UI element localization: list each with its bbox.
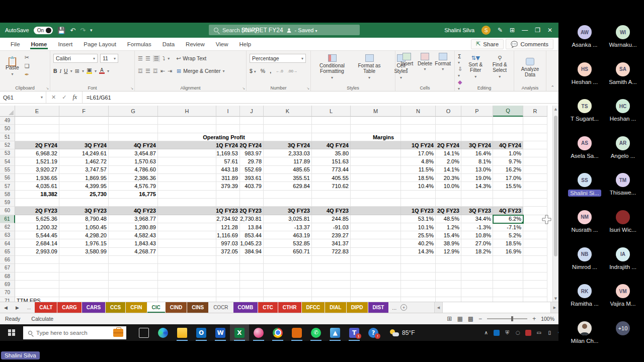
cell-G53[interactable]: 3,454.87: [109, 149, 158, 157]
cell-G63[interactable]: 4,582.43: [109, 231, 158, 239]
cell-R69[interactable]: [523, 281, 547, 289]
close-button[interactable]: ✕: [547, 27, 552, 34]
cell-P56[interactable]: 19.0%: [461, 174, 493, 182]
sheet-nav-ellipsis[interactable]: ...: [23, 305, 35, 310]
cell-H60[interactable]: [158, 207, 216, 215]
cell-O62[interactable]: 1.2%: [436, 223, 461, 231]
cell-Q63[interactable]: 5.2%: [493, 231, 523, 239]
cell-E52[interactable]: 2Q FY24: [15, 141, 59, 149]
cell-P68[interactable]: [461, 273, 493, 281]
cell-N58[interactable]: [401, 191, 436, 199]
cell-R65[interactable]: [523, 248, 547, 256]
sheet-tab-dist[interactable]: DIST: [368, 302, 389, 313]
cell-O57[interactable]: 10.0%: [436, 182, 461, 190]
increase-indent-icon[interactable]: ⇥: [168, 68, 172, 74]
cell-R56[interactable]: [523, 174, 547, 182]
cell-L70[interactable]: [312, 289, 351, 297]
cell-L61[interactable]: 244.85: [312, 215, 351, 223]
cell-O66[interactable]: [436, 256, 461, 264]
participant-tile[interactable]: NMNusrath ...: [566, 210, 604, 247]
chrome-taskbar-icon[interactable]: [268, 324, 287, 341]
cell-J71[interactable]: [240, 297, 264, 302]
sort-filter-button[interactable]: ⇅▼ Sort & Filter ▾: [464, 53, 487, 82]
cell-R53[interactable]: [523, 149, 547, 157]
sheet-overflow-ellipsis[interactable]: ...: [392, 305, 396, 311]
word-taskbar-icon[interactable]: W: [211, 324, 230, 341]
cell-J55[interactable]: 552.69: [240, 166, 264, 174]
cell-N71[interactable]: [401, 297, 436, 302]
cell-R50[interactable]: [523, 125, 547, 133]
cell-M68[interactable]: [351, 273, 401, 281]
menu-tab-view[interactable]: View: [210, 39, 234, 49]
paint-taskbar-icon[interactable]: [249, 324, 268, 341]
cell-K49[interactable]: [264, 117, 312, 125]
cell-P65[interactable]: 18.2%: [461, 248, 493, 256]
underline-dropdown-icon[interactable]: ▾: [70, 69, 72, 73]
cell-Q71[interactable]: [493, 297, 523, 302]
cell-G64[interactable]: 1,843.43: [109, 239, 158, 247]
orange-app-taskbar-icon[interactable]: [287, 324, 306, 341]
orientation-icon[interactable]: ⤵: [163, 55, 166, 62]
cell-L53[interactable]: 35.80: [312, 149, 351, 157]
font-dialog-launcher-icon[interactable]: ↘: [130, 86, 133, 90]
cell-O53[interactable]: 14.1%: [436, 149, 461, 157]
cell-E54[interactable]: 1,521.19: [15, 157, 59, 165]
row-header-59[interactable]: 59: [0, 199, 15, 207]
row-header-70[interactable]: 70: [0, 289, 15, 297]
cell-G65[interactable]: 4,268.77: [109, 248, 158, 256]
cell-R67[interactable]: [523, 264, 547, 272]
cell-R55[interactable]: [523, 166, 547, 174]
cell-H65[interactable]: [158, 248, 216, 256]
cell-R51[interactable]: [523, 133, 547, 141]
cell-N50[interactable]: [401, 125, 436, 133]
cell-H56[interactable]: [158, 174, 216, 182]
cell-I50[interactable]: [216, 125, 240, 133]
cell-R60[interactable]: [523, 207, 547, 215]
column-header-G[interactable]: G: [109, 106, 158, 117]
calculate-status[interactable]: Calculate: [31, 316, 53, 322]
cell-L67[interactable]: [312, 264, 351, 272]
underline-button[interactable]: U: [64, 68, 68, 74]
cell-G54[interactable]: 1,570.63: [109, 157, 158, 165]
cell-I65[interactable]: 372.05: [216, 248, 240, 256]
number-format-select[interactable]: Percentage▾: [250, 54, 306, 63]
cell-G66[interactable]: [109, 256, 158, 264]
outlook-taskbar-icon[interactable]: O: [192, 324, 211, 341]
cell-L52[interactable]: 4Q FY24: [312, 141, 351, 149]
cell-L66[interactable]: [312, 256, 351, 264]
align-top-icon[interactable]: ☰: [138, 55, 143, 62]
cell-P55[interactable]: 13.0%: [461, 166, 493, 174]
redo-icon[interactable]: ↷: [80, 27, 86, 34]
cell-M53[interactable]: [351, 149, 401, 157]
cell-K61[interactable]: 3,025.81: [264, 215, 312, 223]
cell-G71[interactable]: [109, 297, 158, 302]
cell-M57[interactable]: [351, 182, 401, 190]
battery-tray[interactable]: ▯: [546, 330, 552, 335]
zoom-slider-thumb[interactable]: [511, 316, 513, 321]
file-explorer-taskbar-icon[interactable]: [173, 324, 192, 341]
cell-L64[interactable]: 341.37: [312, 239, 351, 247]
ribbon-display-options-icon[interactable]: ⊞: [510, 27, 515, 34]
cell-F60[interactable]: 3Q FY23: [59, 207, 109, 215]
outlook-tray[interactable]: [494, 330, 500, 336]
number-dialog-launcher-icon[interactable]: ↘: [306, 86, 309, 90]
borders-icon[interactable]: ⊞: [75, 68, 79, 74]
cell-L50[interactable]: [312, 125, 351, 133]
cell-Q57[interactable]: 15.5%: [493, 182, 523, 190]
cell-L58[interactable]: [312, 191, 351, 199]
cell-Q62[interactable]: -7.1%: [493, 223, 523, 231]
participant-tile[interactable]: TST Sugant...: [566, 99, 604, 136]
cell-P53[interactable]: 16.4%: [461, 149, 493, 157]
cell-P61[interactable]: 34.4%: [461, 215, 493, 223]
cell-N69[interactable]: [401, 281, 436, 289]
cell-O50[interactable]: [436, 125, 461, 133]
sheet-tab-cocr[interactable]: COCR: [209, 302, 232, 313]
cell-O56[interactable]: 20.3%: [436, 174, 461, 182]
cell-I69[interactable]: [216, 281, 240, 289]
sheet-tab-cic[interactable]: CIC: [147, 302, 165, 313]
cell-L69[interactable]: [312, 281, 351, 289]
cell-N59[interactable]: [401, 199, 436, 207]
cell-E58[interactable]: 18,382: [15, 191, 59, 199]
menu-tab-file[interactable]: File: [5, 39, 26, 49]
hscroll-right-icon[interactable]: ▶: [550, 302, 558, 313]
